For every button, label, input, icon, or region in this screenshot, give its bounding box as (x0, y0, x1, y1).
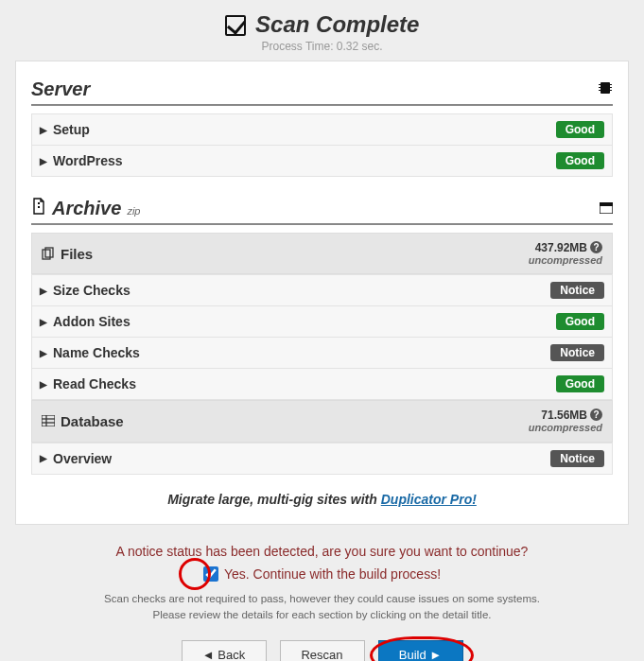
files-size: 437.92MB (535, 241, 587, 254)
status-badge: Good (556, 152, 604, 169)
server-row-wordpress[interactable]: ▶WordPress Good (31, 146, 613, 177)
status-badge: Notice (550, 344, 604, 361)
check-complete-icon (225, 15, 246, 36)
status-badge: Notice (550, 282, 604, 299)
help-icon[interactable]: ? (590, 241, 602, 253)
svg-rect-7 (38, 202, 40, 204)
svg-rect-0 (600, 82, 610, 94)
archive-format: zip (127, 205, 140, 217)
svg-rect-3 (599, 90, 600, 91)
table-icon (42, 415, 55, 426)
files-subheader[interactable]: Files 437.92MB? uncompressed (31, 233, 613, 274)
svg-rect-13 (42, 415, 55, 426)
chevron-right-icon: ▶ (40, 379, 47, 390)
files-row-addon-sites[interactable]: ▶Addon Sites Good (31, 306, 613, 338)
process-time: Process Time: 0.32 sec. (15, 40, 629, 53)
chevron-right-icon: ▶ (40, 156, 47, 166)
svg-rect-4 (610, 84, 612, 85)
hint-text: Scan checks are not required to pass, ho… (15, 591, 629, 624)
chevron-right-icon: ▶ (40, 286, 47, 296)
archive-section-header: Archive zip (31, 194, 613, 225)
chevron-right-icon: ▶ (40, 317, 47, 327)
promo-text: Migrate large, multi-gig sites with Dupl… (31, 492, 613, 507)
window-icon (600, 201, 613, 217)
files-title: Files (61, 246, 93, 262)
copy-icon (42, 247, 55, 260)
back-button[interactable]: ◄ Back (182, 640, 267, 661)
duplicator-pro-link[interactable]: Duplicator Pro! (381, 492, 477, 507)
row-label: Size Checks (53, 283, 131, 298)
confirm-continue-checkbox[interactable] (203, 566, 218, 582)
svg-rect-1 (599, 84, 600, 85)
row-label: Overview (53, 451, 112, 466)
svg-rect-10 (600, 202, 613, 206)
files-row-read-checks[interactable]: ▶Read Checks Good (31, 369, 613, 400)
svg-rect-6 (610, 90, 612, 91)
server-title: Server (31, 78, 90, 100)
rescan-button[interactable]: Rescan (280, 640, 365, 661)
svg-rect-5 (610, 87, 612, 88)
chevron-right-icon: ▶ (40, 453, 47, 463)
status-badge: Good (556, 375, 604, 392)
database-title: Database (61, 413, 124, 429)
svg-rect-2 (599, 87, 600, 88)
build-button[interactable]: Build ► (378, 640, 463, 661)
db-row-overview[interactable]: ▶Overview Notice (31, 443, 613, 475)
files-row-name-checks[interactable]: ▶Name Checks Notice (31, 338, 613, 369)
page-title: Scan Complete (255, 11, 419, 38)
status-badge: Good (556, 121, 604, 138)
server-chip-icon (598, 80, 613, 98)
server-section-header: Server (31, 75, 613, 106)
archive-title: Archive (52, 198, 121, 219)
row-label: Setup (53, 122, 90, 137)
status-badge: Notice (550, 450, 604, 467)
row-label: Addon Sites (53, 314, 131, 329)
status-badge: Good (556, 313, 604, 330)
file-archive-icon (31, 198, 46, 215)
database-subheader[interactable]: Database 71.56MB? uncompressed (31, 400, 613, 442)
scan-panel: Server ▶Setup Good ▶WordPress Good Archi… (15, 61, 629, 525)
database-size-note: uncompressed (529, 422, 602, 433)
row-label: Read Checks (53, 376, 136, 391)
files-size-note: uncompressed (529, 254, 602, 266)
database-size: 71.56MB (541, 409, 587, 422)
notice-warning: A notice status has been detected, are y… (15, 544, 629, 559)
row-label: WordPress (53, 153, 123, 168)
chevron-right-icon: ▶ (40, 125, 47, 135)
files-row-size-checks[interactable]: ▶Size Checks Notice (31, 274, 613, 306)
confirm-label: Yes. Continue with the build process! (224, 566, 441, 582)
chevron-right-icon: ▶ (40, 348, 47, 358)
help-icon[interactable]: ? (590, 409, 602, 421)
server-row-setup[interactable]: ▶Setup Good (31, 113, 613, 146)
svg-rect-8 (38, 206, 40, 208)
row-label: Name Checks (53, 345, 140, 360)
